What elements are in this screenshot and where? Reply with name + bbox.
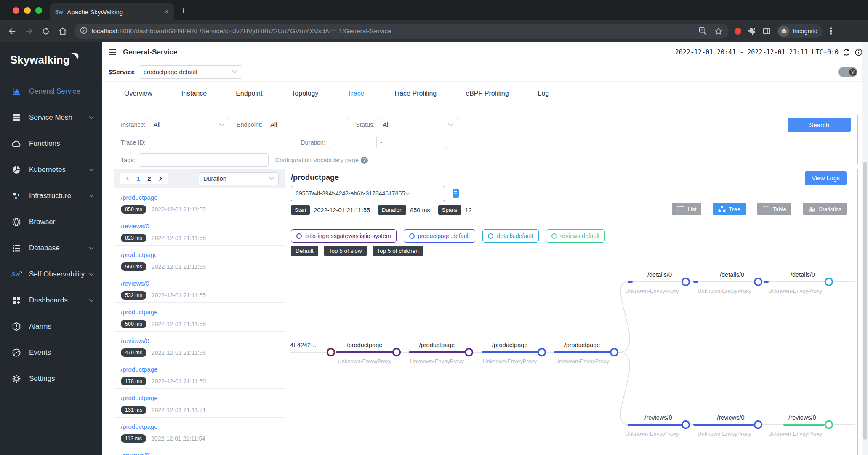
search-button[interactable]: Search (788, 118, 851, 132)
page-next-icon[interactable] (158, 176, 162, 181)
list-view-button[interactable]: List (672, 203, 701, 215)
copy-trace-id-icon[interactable] (451, 188, 460, 201)
page-prev-icon[interactable] (125, 176, 130, 181)
version-toggle[interactable]: V (838, 67, 857, 77)
span-node-circle[interactable] (825, 421, 833, 428)
sidebar-item-events[interactable]: Events (0, 340, 102, 366)
page-scrollbar[interactable] (862, 42, 868, 455)
span-node-circle[interactable] (825, 278, 833, 286)
statistics-view-button[interactable]: Statistics (803, 203, 847, 215)
help-icon[interactable]: ? (361, 157, 368, 164)
trace-endpoint-link[interactable]: /reviews/0 (121, 222, 149, 230)
trace-list-item[interactable]: /productpage560 ms2022-12-01 21:11:55 (114, 246, 285, 274)
tab-ebpf-profiling[interactable]: eBPF Profiling (466, 90, 509, 106)
trace-endpoint-link[interactable]: /productpage (121, 308, 158, 316)
tab-instance[interactable]: Instance (181, 90, 207, 106)
trace-endpoint-link[interactable]: /reviews/0 (121, 452, 149, 455)
trace-endpoint-link[interactable]: /reviews/0 (121, 280, 149, 287)
action-button-top-5-of-children[interactable]: Top 5 of children (373, 246, 423, 256)
trace-list-item[interactable]: /productpage178 ms2022-12-01 21:11:50 (114, 360, 285, 389)
action-button-top-5-of-slow[interactable]: Top 5 of slow (324, 246, 367, 256)
trace-list-item[interactable]: /productpage850 ms2022-12-01 21:11:55 (114, 188, 285, 217)
span-node-circle[interactable] (755, 278, 762, 286)
menu-kebab-icon[interactable]: ••• (830, 27, 832, 35)
legend-chip-reviews[interactable]: reviews.default (546, 229, 605, 243)
trace-endpoint-link[interactable]: /productpage (121, 194, 158, 201)
span-node-circle[interactable] (466, 349, 473, 356)
span-node-circle[interactable] (538, 349, 546, 356)
url-bar[interactable]: localhost:8080/dashboard/GENERAL/Service… (74, 24, 729, 39)
sidebar-item-functions[interactable]: Functions (0, 131, 102, 157)
legend-chip-productpage[interactable]: productpage.default (404, 229, 476, 243)
sidebar-item-service-mesh[interactable]: Service Mesh (0, 104, 102, 131)
sidebar-item-database[interactable]: Database (0, 235, 102, 261)
view-logs-button[interactable]: View Logs (805, 171, 847, 185)
extension-badge-icon[interactable] (735, 28, 741, 35)
incognito-badge[interactable]: Incognito (777, 24, 823, 38)
endpoint-input[interactable] (266, 118, 348, 131)
side-panel-icon[interactable] (762, 27, 771, 35)
span-node-circle[interactable] (611, 349, 618, 356)
trace-endpoint-link[interactable]: /productpage (121, 366, 158, 373)
time-range[interactable]: 2022-12-01 20:41 ~ 2022-12-01 21:11 UTC+… (675, 48, 839, 56)
sort-select[interactable]: Duration (199, 172, 279, 185)
action-button-default[interactable]: Default (291, 246, 318, 256)
trace-tree-graph[interactable]: 4f-4242-.../productpageUnknown-EnvoyProx… (285, 257, 858, 455)
trace-endpoint-link[interactable]: /productpage (121, 394, 158, 401)
new-tab-button[interactable]: + (180, 6, 186, 16)
tree-view-button[interactable]: Tree (713, 203, 745, 215)
back-icon[interactable] (8, 27, 17, 36)
service-select[interactable]: productpage.default (139, 65, 242, 79)
legend-chip-details[interactable]: details.default (482, 229, 538, 243)
span-node-circle[interactable] (682, 421, 690, 428)
vocabulary-link[interactable]: Configuration Vocabulary page ? (275, 157, 368, 164)
page-number-1[interactable]: 1 (137, 175, 140, 182)
span-node-circle[interactable] (755, 421, 762, 428)
extensions-puzzle-icon[interactable] (748, 27, 756, 35)
tags-input[interactable] (139, 153, 269, 167)
span-node-circle[interactable] (327, 349, 335, 356)
scrollbar-thumb[interactable] (863, 162, 867, 440)
tab-topology[interactable]: Topology (291, 90, 318, 106)
tab-endpoint[interactable]: Endpoint (236, 90, 262, 106)
bookmark-star-icon[interactable] (714, 27, 723, 35)
trace-list-item[interactable]: /reviews/0823 ms2022-12-01 21:11:55 (114, 217, 285, 246)
browser-tab[interactable]: Sw Apache SkyWalking × (50, 3, 174, 20)
sidebar-item-general-service[interactable]: General Service (0, 78, 102, 104)
trace-list-item[interactable]: /productpage131 ms2022-12-01 21:11:51 (114, 389, 285, 418)
tab-close-icon[interactable]: × (163, 8, 169, 16)
trace-list-item[interactable]: /reviews/0 (114, 446, 285, 455)
trace-list-item[interactable]: /reviews/0532 ms2022-12-01 21:11:55 (114, 274, 285, 303)
window-zoom-button[interactable] (35, 7, 42, 14)
tab-trace[interactable]: Trace (347, 90, 364, 106)
translate-icon[interactable]: A (699, 27, 707, 35)
duration-min-input[interactable] (329, 136, 377, 149)
sidebar-item-browser[interactable]: Browser (0, 209, 102, 235)
page-number-2[interactable]: 2 (147, 175, 151, 182)
home-icon[interactable] (58, 27, 67, 36)
sidebar-item-alarms[interactable]: Alarms (0, 313, 102, 340)
legend-chip-istio-ingressgateway[interactable]: istio-ingressgateway.istio-system (291, 229, 397, 243)
trace-id-input[interactable] (149, 136, 290, 149)
site-info-icon[interactable] (80, 27, 88, 36)
instance-select[interactable]: All (149, 118, 229, 131)
tab-overview[interactable]: Overview (124, 90, 152, 106)
trace-list-item[interactable]: /productpage112 ms2022-12-01 21:11:54 (114, 418, 285, 446)
tab-trace-profiling[interactable]: Trace Profiling (394, 90, 437, 106)
trace-endpoint-link[interactable]: /productpage (121, 251, 158, 258)
duration-max-input[interactable] (386, 136, 447, 149)
status-select[interactable]: All (378, 118, 458, 131)
sidebar-item-dashboards[interactable]: Dashboards (0, 287, 102, 313)
tab-log[interactable]: Log (538, 90, 549, 106)
span-node-circle[interactable] (682, 278, 690, 286)
table-view-button[interactable]: Table (757, 203, 791, 215)
window-minimize-button[interactable] (24, 7, 31, 14)
span-node-circle[interactable] (393, 349, 400, 356)
trace-list-item[interactable]: /reviews/0470 ms2022-12-01 21:11:55 (114, 332, 285, 360)
window-close-button[interactable] (13, 7, 19, 14)
sidebar-item-infrastructure[interactable]: Infrastructure (0, 183, 102, 209)
sidebar-item-kubernetes[interactable]: Kubernetes (0, 157, 102, 183)
trace-id-select[interactable]: 69557a4f-394f-4242-ab6b-317344617855 (291, 186, 445, 201)
trace-endpoint-link[interactable]: /productpage (121, 423, 158, 430)
sidebar-item-self-observability[interactable]: SwSelf Observability (0, 261, 102, 287)
